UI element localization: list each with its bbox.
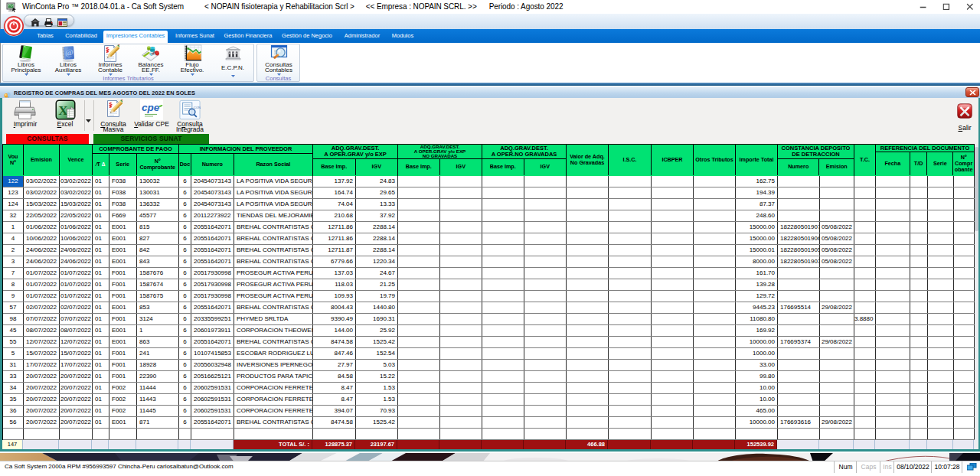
vertical-scrollbar[interactable] [975,144,978,449]
table-row[interactable]: 101/06/202201/06/202201E0018156205516420… [3,222,975,233]
tab-impresiones-contables[interactable]: Impresiones Contables [103,31,168,43]
table-row[interactable]: 4508/07/202208/07/202201E001162060197391… [3,325,975,337]
cell-igv2 [440,348,482,359]
ribbon-item-consultas-contables[interactable]: Consultas Contables [258,44,299,77]
toolbar-button-salir[interactable]: Salir [942,103,980,131]
cell-demis [820,383,854,393]
table-row[interactable]: 12303/02/202203/02/202201F03813003162045… [3,187,975,199]
cell-valor [567,187,609,198]
cell-ncomp2 [954,371,975,382]
ribbon-item-balances-ee-ff[interactable]: QGBalances EE.FF. [130,44,172,77]
cell-vou: 32 [3,210,24,221]
tab-tablas[interactable]: Tablas [31,29,59,43]
cell-valor [567,417,609,428]
cell-vou: 7 [3,268,24,279]
toolbar-button-imprimir[interactable]: Imprimir [2,99,48,127]
tab-administrador[interactable]: Administrador [340,29,384,43]
cell-demis [820,187,854,198]
tab-informes-sunat[interactable]: Informes Sunat [172,29,217,43]
ribbon-item-libros-auxiliares[interactable]: @Libros Auxiliares [47,44,89,77]
cell-serie: F001 [109,314,137,324]
total-cell-valor: 466.88 [566,440,608,449]
table-row[interactable]: 224/06/202224/06/202201E0018426205516420… [3,245,975,256]
cell-dnum [778,325,820,336]
cell-emision: 20/07/2022 [24,406,60,416]
ribbon: Libros Principales@Libros AuxiliaresInfo… [0,43,980,83]
window-title: WinConta Pro ™ 2018.04.01.a - Ca Soft Sy… [22,2,583,11]
cell-bi3 [482,406,524,416]
inner-window-titlebar[interactable]: REGISTRO DE COMPRAS DEL MES AGOSTO DEL 2… [0,86,980,98]
table-row[interactable]: 701/07/202201/07/202201F0011587676620517… [3,268,975,279]
table-row[interactable]: 410/06/202210/06/202201E0018276205516420… [3,233,975,245]
table-row[interactable]: 901/07/202201/07/202201F0011587675620517… [3,291,975,302]
excel-dropdown-arrow-icon[interactable] [86,112,91,126]
cell-serie2 [928,256,954,267]
table-row[interactable]: 12203/02/202203/02/202201F03813003262045… [3,176,975,187]
cell-icbper [652,325,694,336]
table-row[interactable]: 5620/07/202220/07/202201E001871620551642… [3,417,975,429]
table-row[interactable]: 324/06/202224/06/202201E0018436205516420… [3,256,975,268]
ribbon-item-libros-principales[interactable]: Libros Principales [5,44,47,77]
cell-serie: F002 [109,383,137,393]
cell-igv3 [524,337,567,347]
cell-bi3 [482,268,524,279]
table-row[interactable]: 3520/07/202220/07/202201F002114436206025… [3,394,975,406]
tab-modulos[interactable]: Modulos [387,29,419,43]
cell-ncomp2 [954,256,975,267]
power-button[interactable] [3,15,24,37]
svg-text:cpe: cpe [142,102,160,113]
table-row[interactable]: 515/07/202215/07/202201F0012416101074158… [3,348,975,360]
cell-ncomp2 [954,187,975,198]
toolbar-button-consulta-integrada[interactable]: CONSConsultaIntegrada [167,99,213,132]
cell-doc: 6 [179,176,191,187]
cell-bi2 [398,417,440,428]
cell-vou [3,429,24,439]
cell-igv1: 21.25 [356,279,398,290]
scrollbar-thumb[interactable] [975,147,978,231]
home-icon[interactable] [31,16,40,30]
cell-fecha [876,314,910,324]
cell-doc: 6 [179,383,191,393]
table-row[interactable]: 5512/07/202212/07/202201E001863620551642… [3,337,975,348]
cell-igv3 [524,348,567,359]
maximize-button[interactable] [935,0,958,14]
cell-vence: 01/07/2022 [60,279,93,290]
header-group-adq-grav-dest-a-oper-no-gravadas: ADQ.GRAV.DEST. A OPER.NO GRAVADASBase Im… [482,145,567,176]
cell-ncomp: 1587674 [137,279,179,290]
tab-gesti-n-financiera[interactable]: Gestión Financiera [220,29,276,43]
cell-itotal: 99.80 [736,371,778,382]
inner-close-button[interactable] [965,87,979,97]
table-row[interactable]: 12415/03/202215/03/202201F03813633262045… [3,199,975,210]
cell-igv1 [356,429,398,439]
table-row[interactable]: 3420/07/202220/07/202201F002114446206025… [3,383,975,394]
table-row[interactable]: 801/07/202201/07/202201F0011587674620517… [3,279,975,291]
ribbon-item-informes-contable[interactable]: Informes Contable [90,44,131,77]
table-row[interactable]: 9807/07/202207/07/202201F001312462033559… [3,314,975,325]
cell-vence: 17/07/2022 [60,360,93,370]
header-group-adq-grav-dest-a-oper-grav-y-o-exp: ADQ.GRAV.DEST. A OPER.GRAV y/o EXPBase I… [313,145,398,176]
cell-valor [567,314,609,324]
ribbon-item-flujo-efectivo[interactable]: Flujo Efectivo. [172,44,213,77]
minimize-button[interactable] [912,0,935,14]
cell-icbper [652,394,694,405]
printer-small-icon[interactable] [44,16,54,30]
cell-td2 [910,233,928,244]
tab-gesti-n-de-negocio[interactable]: Gestión de Negocio [278,29,336,43]
total-cell-td2 [910,440,927,449]
table-row[interactable]: 3320/07/202220/07/202201F001223906205166… [3,371,975,383]
cell-bi2 [398,176,440,187]
table-row[interactable]: 3620/07/202220/07/202201F002114456206025… [3,406,975,417]
cell-bi3 [482,291,524,302]
cell-fecha [876,245,910,256]
window-small-icon[interactable] [57,16,67,30]
cell-tc [854,245,876,256]
ribbon-item-e-c-p-n[interactable]: E.C.P.N. [212,44,253,78]
tab-contabilidad[interactable]: Contabilidad [61,29,101,43]
cell-emision: 20/07/2022 [24,417,60,428]
close-button[interactable] [959,0,980,14]
table-row[interactable]: 5702/07/202202/07/202201E001853620551642… [3,302,975,314]
table-row[interactable]: 3117/07/202217/07/202201F001189286205560… [3,360,975,371]
toolbar-button-excel[interactable]: XExcel [42,99,88,127]
table-row[interactable]: 3222/05/202222/05/202201F669455776201122… [3,210,975,222]
cell-bi3 [482,245,524,256]
